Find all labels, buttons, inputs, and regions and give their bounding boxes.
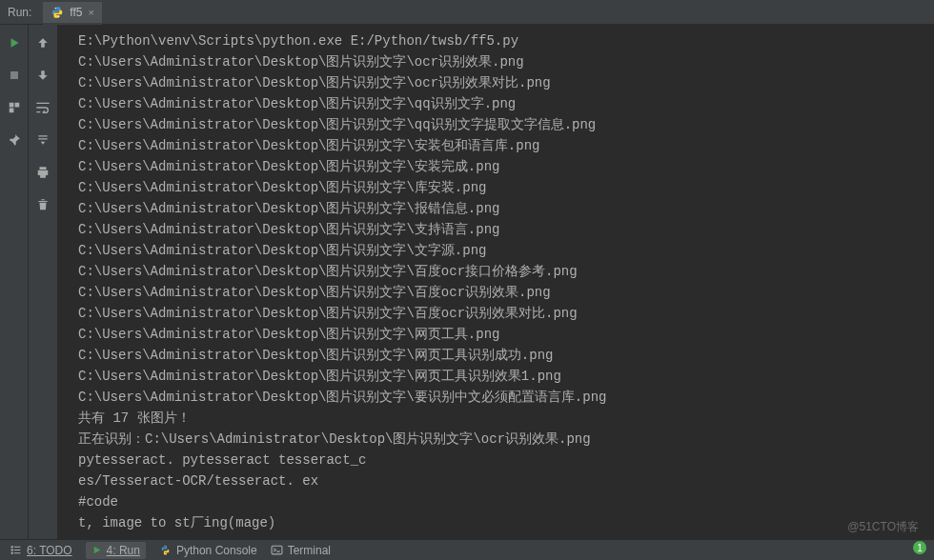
- console-line: C:\Users\Administrator\Desktop\图片识别文字\安装…: [78, 156, 926, 177]
- run-control-rail: [0, 25, 29, 539]
- console-line: C:\Users\Administrator\Desktop\图片识别文字\库安…: [78, 177, 926, 198]
- console-line: E:\Python\venv\Scripts\python.exe E:/Pyt…: [78, 30, 926, 51]
- run-tab-ff5[interactable]: ff5 ×: [43, 2, 102, 25]
- console-line: t, image to st厂ing(mage): [78, 512, 926, 533]
- run-panel: E:\Python\venv\Scripts\python.exe E:/Pyt…: [0, 25, 934, 539]
- console-line: C:\Users\Administrator\Desktop\图片识别文字\文字…: [78, 240, 926, 261]
- console-line: C:\Users\Administrator\Desktop\图片识别文字\安装…: [78, 135, 926, 156]
- python-console-icon: [159, 544, 172, 556]
- run-label: 4: Run: [107, 544, 140, 557]
- console-line: C:\Users\Administrator\Desktop\图片识别文字\支持…: [78, 219, 926, 240]
- console-line: C:\Users\Administrator\Desktop\图片识别文字\oc…: [78, 72, 926, 93]
- console-output: E:\Python\venv\Scripts\python.exe E:/Pyt…: [57, 25, 934, 539]
- run-top-bar: Run: ff5 ×: [0, 0, 934, 25]
- svg-rect-2: [10, 71, 18, 79]
- python-console-button[interactable]: Python Console: [159, 544, 257, 557]
- svg-point-1: [59, 15, 60, 16]
- pin-icon[interactable]: [4, 130, 25, 150]
- svg-rect-3: [272, 546, 282, 554]
- todo-tool-button[interactable]: 6: TODO: [10, 544, 72, 557]
- svg-point-0: [55, 8, 56, 9]
- console-output-area[interactable]: E:\Python\venv\Scripts\python.exe E:/Pyt…: [57, 25, 934, 539]
- console-line: 共有 17 张图片！: [78, 408, 926, 429]
- play-icon: [91, 545, 102, 555]
- terminal-button[interactable]: Terminal: [271, 544, 331, 557]
- console-line: C:\Users\Administrator\Desktop\图片识别文字\报错…: [78, 198, 926, 219]
- console-line: C:\Users\Administrator\Desktop\图片识别文字\网页…: [78, 345, 926, 366]
- layout-icon[interactable]: [4, 97, 25, 118]
- terminal-icon: [271, 544, 283, 556]
- console-line: #code: [78, 491, 926, 512]
- tab-filename: ff5: [70, 6, 82, 19]
- rerun-icon[interactable]: [4, 32, 25, 53]
- console-line: pytesseract. pytesseract tesseract_c: [78, 450, 926, 470]
- terminal-label: Terminal: [288, 544, 331, 557]
- soft-wrap-icon[interactable]: [32, 97, 53, 118]
- console-line: C:\Users\Administrator\Desktop\图片识别文字\百度…: [78, 282, 926, 303]
- trash-icon[interactable]: [32, 194, 53, 215]
- console-line: C:\Users\Administrator\Desktop\图片识别文字\要识…: [78, 387, 926, 408]
- print-icon[interactable]: [32, 162, 53, 183]
- console-line: C:\Users\Administrator\Desktop\图片识别文字\百度…: [78, 303, 926, 324]
- stop-icon[interactable]: [4, 65, 25, 86]
- scroll-to-end-icon[interactable]: [32, 130, 53, 150]
- todo-icon: [10, 544, 22, 556]
- arrow-down-icon[interactable]: [32, 65, 53, 86]
- console-line: es/Tesseract-OCR/tesseract. ex: [78, 470, 926, 491]
- console-line: C:\Users\Administrator\Desktop\图片识别文字\网页…: [78, 324, 926, 345]
- console-line: C:\Users\Administrator\Desktop\图片识别文字\网页…: [78, 366, 926, 387]
- arrow-up-icon[interactable]: [32, 32, 53, 53]
- console-line: C:\Users\Administrator\Desktop\图片识别文字\qq…: [78, 93, 926, 114]
- close-icon[interactable]: ×: [88, 7, 93, 18]
- output-control-rail: [29, 25, 57, 539]
- python-icon: [51, 6, 64, 19]
- python-console-label: Python Console: [176, 544, 257, 557]
- bottom-tool-bar: 6: TODO 4: Run Python Console Terminal: [0, 539, 934, 560]
- event-badge[interactable]: 1: [913, 541, 926, 554]
- todo-label: 6: TODO: [27, 544, 72, 557]
- console-line: 正在识别：C:\Users\Administrator\Desktop\图片识别…: [78, 429, 926, 450]
- console-line: C:\Users\Administrator\Desktop\图片识别文字\oc…: [78, 51, 926, 72]
- console-line: C:\Users\Administrator\Desktop\图片识别文字\百度…: [78, 261, 926, 282]
- run-label: Run:: [8, 6, 31, 19]
- console-line: C:\Users\Administrator\Desktop\图片识别文字\qq…: [78, 114, 926, 135]
- run-tool-button[interactable]: 4: Run: [86, 542, 146, 559]
